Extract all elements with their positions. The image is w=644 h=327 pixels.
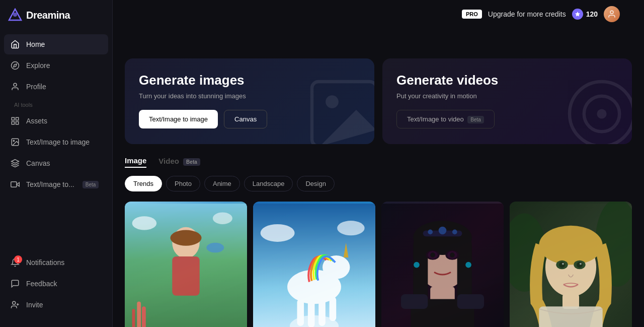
sidebar-item-notifications[interactable]: Notifications 1 [4,252,108,273]
home-icon [10,39,20,49]
svg-point-10 [13,140,14,141]
ai-tools-label: AI tools [4,98,108,110]
svg-point-19 [326,95,339,108]
svg-point-36 [337,221,364,235]
sidebar-item-canvas[interactable]: Canvas [4,153,108,173]
svg-rect-44 [330,297,337,321]
profile-icon [10,82,20,92]
sidebar-item-label: Assets [26,117,47,125]
main-content: PRO Upgrade for more credits 120 Generat… [113,0,644,327]
svg-point-35 [261,224,295,242]
image-grid [125,202,632,327]
upgrade-button[interactable]: Upgrade for more credits [488,10,566,18]
sidebar-item-explore[interactable]: Explore [4,55,108,76]
filter-row: Trends Photo Anime Landscape Design [125,176,632,191]
svg-rect-12 [11,182,17,187]
svg-point-73 [559,262,565,268]
svg-rect-32 [142,306,146,327]
svg-point-26 [170,230,201,246]
generate-images-card: Generate images Turn your ideas into stu… [125,58,374,144]
sidebar-item-label: Profile [26,83,46,91]
explore-icon [10,60,20,71]
svg-point-13 [13,301,16,304]
svg-rect-41 [297,299,304,326]
logo-icon [8,8,22,22]
svg-point-28 [132,216,157,230]
tab-video[interactable]: Video Beta [158,157,200,167]
filter-trends[interactable]: Trends [125,176,162,191]
tabs-row: Image Video Beta [125,156,632,168]
tab-video-beta: Beta [183,158,200,166]
gallery-item-unicorn[interactable] [253,202,375,327]
svg-point-29 [213,213,232,224]
sidebar-item-label: Home [26,40,45,48]
sidebar-item-label: Feedback [26,280,57,288]
svg-rect-5 [12,117,14,120]
sidebar-item-profile[interactable]: Profile [4,77,108,97]
credits-icon [572,9,583,20]
credits-count: 120 [586,10,598,18]
sidebar: Dreamina Home Explore [0,0,113,327]
svg-point-55 [450,252,455,257]
video-btn-beta-badge: Beta [467,116,484,123]
svg-rect-33 [132,309,135,327]
svg-point-75 [562,263,564,265]
sidebar-item-label: Invite [26,301,43,309]
card-bg-decoration [304,74,374,144]
topbar: PRO Upgrade for more credits 120 [125,0,632,28]
svg-point-57 [439,227,447,235]
text-image-to-video-button[interactable]: Text/Image to video Beta [396,110,495,128]
notification-badge: 1 [14,255,22,264]
svg-point-30 [206,243,224,252]
text-image-to-image-button[interactable]: Text/Image to image [139,110,218,128]
filter-landscape[interactable]: Landscape [244,176,293,191]
sidebar-item-text-video[interactable]: Text/Image to... Beta [4,174,108,194]
sidebar-item-feedback[interactable]: Feedback [4,274,108,294]
svg-point-58 [428,230,433,235]
generate-videos-card: Generate videos Put your creativity in m… [382,58,632,144]
sidebar-item-label: Canvas [26,159,50,167]
gallery-item-warrior[interactable] [381,202,504,327]
filter-photo[interactable]: Photo [166,176,200,191]
filter-design[interactable]: Design [297,176,334,191]
svg-point-54 [430,252,435,257]
sidebar-item-invite[interactable]: Invite [4,295,108,315]
gallery-item-blonde[interactable] [510,202,632,327]
feedback-icon [10,279,20,289]
invite-icon [10,300,20,310]
svg-point-64 [414,262,420,268]
svg-point-4 [14,83,17,86]
sidebar-bottom: Notifications 1 Feedback Invite [0,252,112,319]
svg-point-22 [597,109,606,118]
assets-icon [10,116,20,126]
gallery-item-doll[interactable] [125,202,247,327]
svg-marker-11 [17,182,19,186]
svg-point-2 [12,62,19,70]
svg-rect-8 [12,122,14,124]
svg-point-74 [577,262,583,268]
svg-point-17 [610,11,613,14]
filter-anime[interactable]: Anime [204,176,240,191]
canvas-button[interactable]: Canvas [224,110,267,128]
sidebar-item-text-image[interactable]: Text/Image to image [4,132,108,152]
cards-row: Generate images Turn your ideas into stu… [125,58,632,144]
svg-point-76 [580,263,582,265]
user-avatar[interactable] [604,6,620,22]
credits-area: 120 [572,9,598,20]
video-card-bg-decoration [561,74,632,144]
svg-rect-62 [401,294,428,309]
svg-point-65 [465,262,471,268]
sidebar-item-home[interactable]: Home [4,34,108,54]
svg-rect-42 [308,301,315,327]
sidebar-item-assets[interactable]: Assets [4,111,108,131]
sidebar-item-label: Notifications [26,258,64,267]
svg-rect-78 [539,306,602,327]
tab-image[interactable]: Image [125,156,146,168]
sidebar-item-label: Explore [26,61,50,70]
svg-marker-3 [14,64,17,67]
svg-marker-16 [575,12,580,17]
svg-point-70 [539,226,602,265]
sidebar-item-label: Text/Image to image [26,138,90,146]
logo-text: Dreamina [26,10,70,21]
sidebar-item-label: Text/Image to... [26,180,74,188]
